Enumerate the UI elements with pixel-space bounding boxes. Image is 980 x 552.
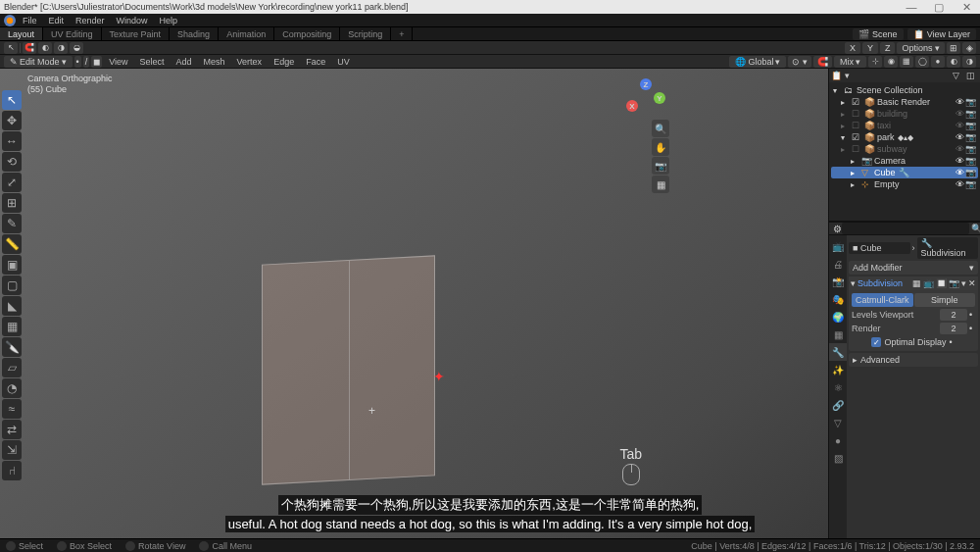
simple-button[interactable]: Simple [914, 293, 976, 307]
proptab-data[interactable]: ▽ [829, 414, 847, 431]
mod-vis-cage-icon[interactable]: 📷 [949, 278, 959, 288]
tool-measure[interactable]: 📏 [2, 234, 22, 254]
shading-render-icon[interactable]: ◑ [962, 56, 976, 68]
proptab-material[interactable]: ● [829, 431, 847, 449]
outliner-tree[interactable]: ▾🗂 Scene Collection ▸☑📦 Basic Render 👁📷 … [829, 82, 980, 192]
tab-texturepaint[interactable]: Texture Paint [102, 27, 171, 40]
orientation-selector[interactable]: 🌐 Global ▾ [729, 56, 786, 68]
scene-selector[interactable]: 🎬 Scene [853, 28, 904, 40]
tool-polybuild[interactable]: ▱ [2, 358, 22, 377]
tool-select[interactable]: ↖ [2, 90, 22, 110]
close-button[interactable]: ✕ [953, 1, 980, 14]
nav-camera[interactable]: 📷 [652, 157, 669, 175]
select-mode-vert[interactable]: • [74, 56, 81, 68]
gizmo-x[interactable]: X [626, 100, 638, 112]
snap4-icon[interactable]: ◒ [70, 42, 83, 54]
outliner-editor-icon[interactable]: 📋 [831, 71, 843, 80]
menu-render[interactable]: Render [71, 16, 110, 25]
tab-layout[interactable]: Layout [0, 27, 43, 40]
outliner-cube[interactable]: ▸▽ Cube 🔧 👁📷 [831, 167, 978, 178]
render-levels-value[interactable]: 2 [940, 323, 967, 334]
subsurf-header[interactable]: ▾ Subdivision ▦ 📺 🔲 📷 ▾ ✕ [849, 276, 978, 290]
tool-annotate[interactable]: ✎ [2, 214, 22, 233]
xyz-y[interactable]: Y [862, 42, 878, 54]
menu-face[interactable]: Face [301, 57, 330, 67]
prop-object-name[interactable]: ■ Cube [849, 242, 910, 254]
3d-viewport[interactable]: ✦ + ↖ ✥ ↔ ⟲ ⤢ ⊞ ✎ 📏 ▣ ▢ ◣ ▦ 🔪 ▱ ◔ ≈ ⇄ ⇲ … [0, 69, 828, 538]
catmull-clark-button[interactable]: Catmull-Clark [852, 293, 913, 307]
proptab-texture[interactable]: ▨ [829, 449, 847, 467]
visibility-icon[interactable]: 👁 [956, 97, 964, 107]
tab-compositing[interactable]: Compositing [274, 27, 340, 40]
nav-gizmo[interactable]: Z Y X [626, 78, 665, 118]
outliner-camera[interactable]: ▸📷 Camera 👁📷 [831, 155, 978, 167]
snap-toggle[interactable]: 🧲 [813, 56, 832, 68]
camera-restrict-icon[interactable]: 📷 [965, 97, 976, 107]
outliner-item-basicrender[interactable]: ▸☑📦 Basic Render 👁📷 [831, 96, 978, 108]
proportional-dropdown[interactable]: Mix ▾ [834, 56, 866, 68]
advanced-panel[interactable]: ▸Advanced [849, 353, 978, 367]
nav-persp[interactable]: ▦ [652, 176, 669, 193]
minimize-button[interactable]: — [898, 1, 925, 14]
proptab-physics[interactable]: ⚛ [829, 378, 847, 396]
overlay-icon[interactable]: ⊞ [947, 42, 960, 54]
proptab-output[interactable]: 🖨 [829, 255, 847, 273]
overlays-icon[interactable]: ◉ [884, 56, 898, 68]
menu-help[interactable]: Help [155, 16, 183, 25]
levels-viewport-value[interactable]: 2 [940, 309, 967, 321]
snap3-icon[interactable]: ◑ [54, 42, 68, 54]
mode-dropdown[interactable]: ✎ Edit Mode ▾ [4, 56, 73, 68]
pivot-selector[interactable]: ⊙ ▾ [788, 56, 811, 68]
viewlayer-selector[interactable]: 📋 View Layer [907, 28, 976, 40]
menu-uv[interactable]: UV [332, 57, 355, 67]
tool-smooth[interactable]: ≈ [2, 399, 22, 419]
outliner-item-park[interactable]: ▾☑📦 park ◆▴◆ 👁📷 [831, 131, 978, 143]
tool-cursor[interactable]: ✥ [2, 111, 22, 130]
tool-move[interactable]: ↔ [2, 131, 22, 151]
tab-uvediting[interactable]: UV Editing [43, 27, 102, 40]
gizmo-z[interactable]: Z [640, 78, 652, 90]
proptab-viewlayer[interactable]: 📸 [829, 273, 847, 290]
tool-bevel[interactable]: ◣ [2, 296, 22, 316]
cursor-icon[interactable]: ↖ [4, 42, 18, 54]
outliner-item-taxi[interactable]: ▸☐📦 taxi 👁📷 [831, 120, 978, 131]
outliner-item-subway[interactable]: ▸☐📦 subway 👁📷 [831, 143, 978, 155]
tab-add[interactable]: + [391, 27, 413, 40]
proptab-render[interactable]: 📺 [829, 237, 847, 255]
tool-extrude[interactable]: ▣ [2, 255, 22, 275]
tool-loopcut[interactable]: ▦ [2, 317, 22, 336]
nav-zoom[interactable]: 🔍 [652, 120, 669, 137]
menu-window[interactable]: Window [112, 16, 153, 25]
select-mode-edge[interactable]: / [83, 56, 90, 68]
filter-icon[interactable]: ▽ [953, 71, 964, 80]
mod-vis-oncage-icon[interactable]: ▾ [961, 278, 966, 288]
outliner-root[interactable]: ▾🗂 Scene Collection [831, 84, 978, 96]
tool-scale[interactable]: ⤢ [2, 173, 22, 192]
xray-icon[interactable]: ▦ [900, 56, 913, 68]
tab-scripting[interactable]: Scripting [340, 27, 391, 40]
tool-spin[interactable]: ◔ [2, 378, 22, 398]
tool-rip[interactable]: ⑁ [2, 461, 22, 480]
maximize-button[interactable]: ▢ [925, 1, 953, 14]
add-modifier-dropdown[interactable]: Add Modifier ▾ [849, 261, 978, 275]
proptab-modifiers[interactable]: 🔧 [829, 343, 847, 361]
prop-modifier-breadcrumb[interactable]: 🔧 Subdivision [917, 237, 979, 259]
proptab-constraints[interactable]: 🔗 [829, 396, 847, 414]
options-dropdown[interactable]: Options ▾ [897, 42, 945, 54]
tool-shrink[interactable]: ⇲ [2, 440, 22, 460]
mod-delete-icon[interactable]: ✕ [968, 278, 976, 288]
menu-file[interactable]: File [18, 16, 42, 25]
proptab-particles[interactable]: ✨ [829, 361, 847, 378]
menu-vertex[interactable]: Vertex [232, 57, 268, 67]
proptab-world[interactable]: 🌍 [829, 308, 847, 326]
tab-animation[interactable]: Animation [219, 27, 274, 40]
gizmo-icon[interactable]: ⊹ [868, 56, 882, 68]
mod-vis-edit-icon[interactable]: ▦ [912, 278, 921, 288]
menu-add[interactable]: Add [172, 57, 197, 67]
outliner-item-building[interactable]: ▸☐📦 building 👁📷 [831, 108, 978, 120]
select-mode-face[interactable]: ◼ [91, 56, 102, 68]
xyz-x[interactable]: X [845, 42, 860, 54]
properties-icon[interactable]: ⚙ [833, 224, 842, 234]
gizmo-y[interactable]: Y [654, 92, 665, 104]
menu-edge[interactable]: Edge [269, 57, 299, 67]
